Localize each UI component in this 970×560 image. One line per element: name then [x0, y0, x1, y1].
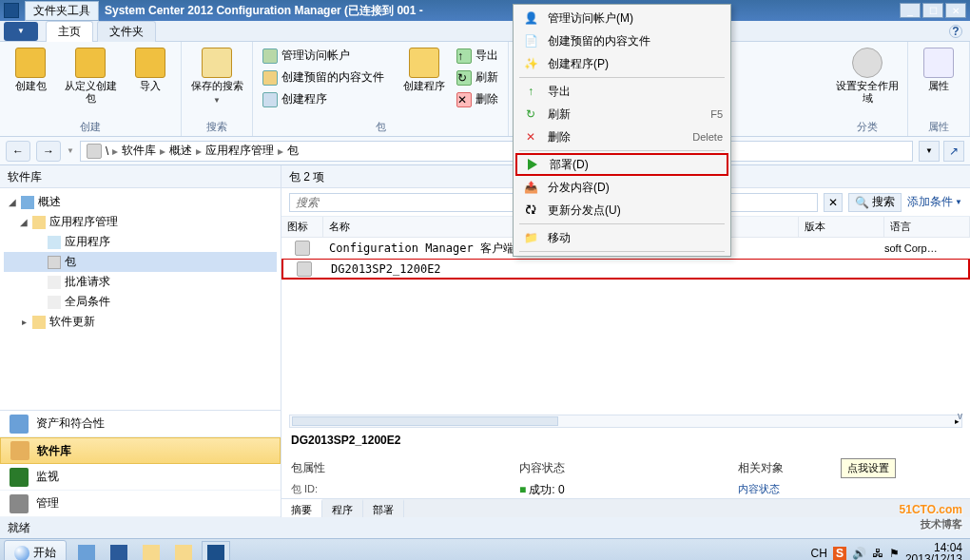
move-icon: 📁 [521, 230, 540, 245]
ctx-export[interactable]: ↑导出 [515, 80, 728, 103]
ctx-update-dp[interactable]: 🗘更新分发点(U) [515, 199, 728, 222]
taskbar-item-active[interactable] [202, 541, 230, 561]
detail-tab-deployments[interactable]: 部署 [363, 499, 404, 517]
close-button[interactable]: ✕ [945, 3, 966, 18]
create-package-button[interactable]: 创建包 [6, 46, 55, 94]
windows-orb-icon [14, 546, 29, 561]
taskbar-item[interactable] [72, 541, 101, 561]
create-program-button[interactable]: 创建程序 [399, 46, 449, 94]
file-menu-button[interactable]: ▼ [4, 22, 38, 41]
tab-folder[interactable]: 文件夹 [97, 21, 156, 42]
ctx-refresh[interactable]: ↻刷新F5 [515, 103, 728, 126]
ctx-create-prestaged[interactable]: 📄创建预留的内容文件 [515, 29, 728, 52]
column-language[interactable]: 语言 [884, 217, 970, 237]
tree-node-global[interactable]: 全局条件 [65, 294, 110, 310]
start-button[interactable]: 开始 [4, 540, 67, 561]
tab-home[interactable]: 主页 [46, 21, 93, 42]
wunderbar-monitoring[interactable]: 监视 [0, 464, 281, 491]
horizontal-scrollbar[interactable]: ▸ [289, 415, 962, 428]
system-tray[interactable]: CH S 🔊 🖧 ⚑ 14:04 2013/12/13 [804, 542, 970, 561]
package-icon [297, 261, 312, 277]
ribbon-tabs: ▼ 主页 文件夹 ^ ? [0, 21, 970, 42]
file-icon: 📄 [521, 33, 540, 48]
row-manufacturer: soft Corp… [884, 242, 970, 254]
manage-access-accounts-button[interactable]: 管理访问帐户 [259, 46, 388, 66]
package-icon [87, 144, 102, 159]
taskbar-item[interactable] [137, 541, 165, 561]
refresh-button[interactable]: ↻刷新 [453, 68, 502, 87]
create-prestaged-content-button[interactable]: 创建预留的内容文件 [259, 68, 388, 87]
ctx-delete[interactable]: ✕删除Delete [515, 126, 728, 148]
saved-searches-button[interactable]: 保存的搜索▼ [187, 46, 246, 108]
content-status-link[interactable]: 内容状态 [738, 482, 960, 496]
wunderbar-software-library[interactable]: 软件库 [0, 437, 281, 464]
tray-icon[interactable]: 🖧 [872, 547, 883, 560]
nav-forward-button[interactable]: → [36, 141, 61, 162]
sidebar-header: 软件库 [0, 165, 281, 188]
wunderbar-administration[interactable]: 管理 [0, 491, 281, 517]
tree-node-appmgmt[interactable]: 应用程序管理 [49, 214, 118, 230]
help-icon[interactable]: ? [949, 25, 962, 38]
wunderbar: 资产和符合性 软件库 监视 管理 [0, 410, 281, 517]
search-button[interactable]: 🔍搜索 [848, 193, 902, 212]
wunderbar-assets[interactable]: 资产和符合性 [0, 411, 281, 437]
taskbar-item[interactable] [105, 541, 133, 561]
ribbon: 创建包 从定义创建包 导入 创建 保存的搜索▼ 搜索 管理访问帐户 创建预留的内… [0, 42, 970, 137]
ctx-create-program[interactable]: ✨创建程序(P) [515, 52, 728, 75]
create-program-button-small[interactable]: 创建程序 [259, 89, 388, 109]
column-icon[interactable]: 图标 [281, 217, 323, 237]
import-button[interactable]: 导入 [126, 46, 175, 94]
nav-back-button[interactable]: ← [6, 141, 30, 162]
add-condition-link[interactable]: 添加条件▼ [907, 194, 962, 210]
maximize-button[interactable]: ☐ [922, 3, 943, 18]
properties-button[interactable]: 属性 [914, 46, 963, 94]
tray-flag-icon[interactable]: ⚑ [889, 547, 900, 560]
ime-indicator[interactable]: CH [811, 547, 827, 560]
detail-tab-summary[interactable]: 摘要 [281, 499, 322, 517]
table-row-selected[interactable]: DG2013SP2_1200E2 [281, 259, 970, 280]
detail-collapse-icon[interactable]: v [958, 411, 962, 421]
tree-node-overview[interactable]: 概述 [38, 194, 61, 210]
tray-icon[interactable]: S [833, 547, 846, 560]
navigation-tree[interactable]: ◢概述 ◢应用程序管理 应用程序 包 批准请求 全局条件 ▸软件更新 [0, 188, 281, 410]
approve-icon [48, 276, 61, 289]
detail-package-props-header: 包属性 [291, 454, 500, 482]
breadcrumb-item[interactable]: 应用程序管理 [205, 143, 274, 159]
app-icon [4, 3, 19, 18]
refresh-icon: ↻ [521, 106, 540, 122]
tree-node-packages[interactable]: 包 [65, 254, 76, 270]
admin-icon [10, 494, 29, 513]
breadcrumb-item[interactable]: 软件库 [122, 143, 156, 159]
export-button[interactable]: ↑导出 [453, 46, 502, 66]
group-create-label: 创建 [6, 118, 175, 134]
tree-node-apps[interactable]: 应用程序 [65, 234, 110, 250]
tree-node-updates[interactable]: 软件更新 [49, 314, 95, 330]
column-version[interactable]: 版本 [799, 217, 884, 237]
create-from-definition-button[interactable]: 从定义创建包 [59, 46, 122, 106]
search-clear-button[interactable]: ✕ [824, 193, 843, 212]
ctx-move[interactable]: 📁移动 [515, 226, 728, 249]
breadcrumb[interactable]: \▸ 软件库▸ 概述▸ 应用程序管理▸ 包 [80, 141, 913, 162]
breadcrumb-item[interactable]: 概述 [169, 143, 192, 159]
minimize-button[interactable]: _ [900, 3, 921, 18]
taskbar-item[interactable] [169, 541, 198, 561]
tree-node-approve[interactable]: 批准请求 [65, 274, 110, 290]
nav-dropdown-button[interactable]: ▼ [919, 141, 940, 162]
ctx-manage-access[interactable]: 👤管理访问帐户(M) [515, 7, 728, 29]
breadcrumb-item[interactable]: 包 [287, 143, 299, 159]
tooltip: 点我设置 [841, 458, 896, 478]
export-icon: ↑ [521, 84, 540, 99]
delete-button[interactable]: ✕删除 [453, 89, 502, 109]
library-icon [10, 441, 29, 460]
clock-date[interactable]: 2013/12/13 [905, 553, 962, 561]
folder-icon [32, 216, 46, 229]
ctx-deploy[interactable]: 部署(D) [515, 153, 728, 176]
tray-icon[interactable]: 🔊 [852, 547, 866, 560]
nav-up-button[interactable]: ↗ [943, 141, 964, 162]
detail-tab-programs[interactable]: 程序 [322, 499, 363, 517]
ctx-distribute-content[interactable]: 📤分发内容(D) [515, 176, 728, 199]
clock-time[interactable]: 14:04 [905, 542, 962, 553]
folder-tools-tab[interactable]: 文件夹工具 [25, 1, 99, 21]
breadcrumb-root[interactable]: \ [106, 145, 108, 158]
set-security-scope-button[interactable]: 设置安全作用域 [833, 46, 902, 106]
